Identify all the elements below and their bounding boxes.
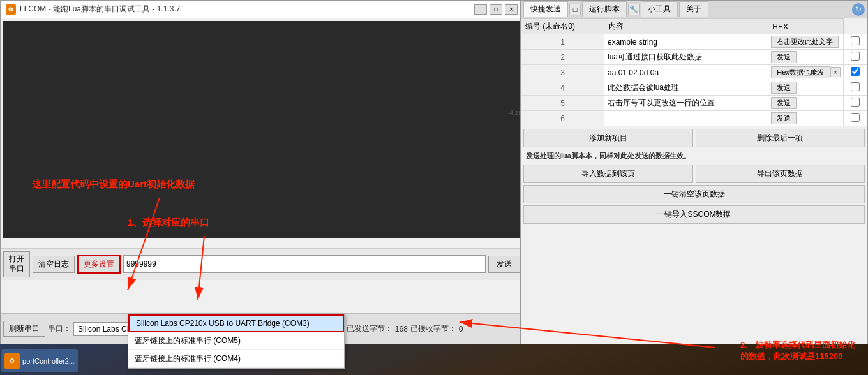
action-buttons: 添加新项目 删除最后一项 发送处理的lua脚本本，同样对此处发送的数据生效。 导… (521, 126, 867, 226)
title-buttons: — □ × (474, 4, 518, 15)
refresh-icon[interactable]: ↻ (852, 3, 865, 16)
row-content-input[interactable] (607, 37, 765, 47)
row-content-input[interactable] (607, 68, 765, 78)
row-number: 1 (521, 34, 604, 50)
row-hex-checkbox[interactable] (851, 52, 860, 61)
delete-last-button[interactable]: 删除最后一项 (696, 129, 865, 147)
row-number: 4 (521, 80, 604, 96)
lua-note: 发送处理的lua脚本本，同样对此处发送的数据生效。 (523, 149, 865, 163)
taskbar-app-icon: ✿ (4, 353, 20, 369)
row-hex-checkbox[interactable] (851, 82, 860, 91)
minimize-button[interactable]: — (474, 4, 487, 15)
dropdown-item[interactable]: 蓝牙链接上的标准串行 (COM4) (128, 350, 344, 368)
row-send-button[interactable]: 发送 (771, 112, 797, 124)
table-row: 6发送 (521, 111, 867, 126)
row-action[interactable]: 发送 (768, 80, 844, 96)
title-bar: ✿ LLCOM - 能跑Lua脚本的串口调试工具 - 1.1.3.7 — □ × (1, 1, 523, 18)
row-send-button[interactable]: 发送 (771, 97, 797, 109)
row-hex-cell[interactable] (844, 34, 867, 50)
row-action[interactable]: 发送 (768, 50, 844, 65)
header-content: 内容 (604, 19, 768, 34)
terminal-area (3, 21, 520, 238)
tab-about[interactable]: 关于 (679, 1, 708, 17)
row-content[interactable] (604, 80, 768, 96)
send-main-button[interactable]: 发送 (488, 256, 520, 273)
row-send-button[interactable]: Hex数据也能发 (771, 66, 830, 78)
row-hex-checkbox[interactable] (851, 67, 860, 76)
dropdown-item[interactable]: Silicon Labs CP210x USB to UART Bridge (… (128, 314, 344, 332)
row-content-input[interactable] (607, 98, 765, 108)
row-delete-button[interactable]: × (830, 67, 841, 77)
recv-bytes-value: 0 (459, 325, 463, 334)
restore-button[interactable]: □ (490, 4, 502, 15)
row-number: 5 (521, 96, 604, 111)
tab-wrench-icon[interactable]: 🔧 (628, 4, 640, 15)
row-content[interactable] (604, 34, 768, 50)
add-delete-row: 添加新项目 删除最后一项 (523, 129, 865, 147)
row-action[interactable]: 发送 (768, 96, 844, 111)
tab-tools[interactable]: 小工具 (641, 1, 678, 17)
table-row: 3Hex数据也能发× (521, 65, 867, 80)
quick-send-table: 编号 (未命名0) 内容 HEX 1右击更改此处文字2发送3Hex数据也能发×4… (521, 18, 867, 126)
row-send-button[interactable]: 右击更改此处文字 (771, 36, 839, 48)
dropdown-item[interactable]: 蓝牙链接上的标准串行 (COM5) (128, 332, 344, 350)
row-number: 6 (521, 111, 604, 126)
row-hex-cell[interactable] (844, 80, 867, 96)
taskbar-item[interactable]: ✿ portController2... (1, 349, 78, 372)
table-row: 2发送 (521, 50, 867, 65)
refresh-port-button[interactable]: 刷新串口 (3, 321, 45, 337)
import-button[interactable]: 导入数据到该页 (523, 165, 693, 183)
clear-log-button[interactable]: 清空日志 (33, 256, 75, 273)
sent-bytes-label: 已发送字节： (347, 323, 393, 334)
row-send-button[interactable]: 发送 (771, 82, 797, 94)
tab-quick-send[interactable]: 快捷发送 (523, 1, 568, 17)
add-item-button[interactable]: 添加新项目 (523, 129, 693, 147)
import-export-row: 导入数据到该页 导出该页数据 (523, 165, 865, 183)
app-icon: ✿ (6, 4, 16, 15)
close-button[interactable]: × (505, 4, 518, 15)
file-indicator: 4.zi (509, 108, 520, 116)
more-settings-button[interactable]: 更多设置 (77, 255, 121, 274)
table-row: 1右击更改此处文字 (521, 34, 867, 50)
row-action[interactable]: 右击更改此处文字 (768, 34, 844, 50)
row-action[interactable]: 发送 (768, 111, 844, 126)
row-content[interactable] (604, 96, 768, 111)
row-action[interactable]: Hex数据也能发× (768, 65, 844, 80)
row-content-input[interactable] (607, 114, 765, 124)
recv-bytes-label: 已接收字节： (410, 323, 456, 334)
row-content-input[interactable] (607, 83, 765, 93)
clear-page-button[interactable]: 一键清空该页数据 (523, 185, 865, 203)
tab-run-script[interactable]: 运行脚本 (582, 1, 627, 17)
tab-square-icon[interactable]: □ (569, 4, 581, 15)
row-content[interactable] (604, 111, 768, 126)
row-hex-checkbox[interactable] (851, 98, 860, 107)
com-dropdown[interactable]: Silicon Labs CP210x USB to UART Bridge (… (128, 314, 345, 369)
row-content[interactable] (604, 50, 768, 65)
row-hex-cell[interactable] (844, 96, 867, 111)
header-number: 编号 (未命名0) (521, 19, 604, 34)
table-row: 5发送 (521, 96, 867, 111)
row-hex-checkbox[interactable] (851, 113, 860, 122)
row-content-input[interactable] (607, 52, 765, 62)
annotation-select-port: 1、选择对应的串口 (128, 217, 209, 229)
row-content[interactable] (604, 65, 768, 80)
annotation-baud: 2、 波特率选择代码里面初始化的数值，此次测试是115200 (740, 339, 855, 362)
row-hex-cell[interactable] (844, 111, 867, 126)
right-tabs: 快捷发送 □ 运行脚本 🔧 小工具 关于 ↻ (521, 1, 867, 18)
row-hex-cell[interactable] (844, 50, 867, 65)
row-send-button[interactable]: 发送 (771, 51, 797, 63)
taskbar-label: portController2... (22, 357, 75, 365)
export-button[interactable]: 导出该页数据 (696, 165, 865, 183)
right-panel: 快捷发送 □ 运行脚本 🔧 小工具 关于 ↻ 编号 (未命名0) 内容 HEX … (520, 0, 868, 344)
sent-bytes-value: 168 (395, 325, 408, 334)
row-hex-checkbox[interactable] (851, 36, 860, 45)
table-row: 4发送 (521, 80, 867, 96)
import-sscom-button[interactable]: 一键导入SSCOM数据 (523, 205, 865, 224)
row-hex-cell[interactable] (844, 65, 867, 80)
row-number: 3 (521, 65, 604, 80)
send-input[interactable] (123, 255, 486, 273)
open-port-button[interactable]: 打开 串口 (3, 251, 30, 277)
input-row: 打开 串口 清空日志 更多设置 发送 (1, 248, 523, 280)
header-hex: HEX (768, 19, 844, 34)
row-number: 2 (521, 50, 604, 65)
